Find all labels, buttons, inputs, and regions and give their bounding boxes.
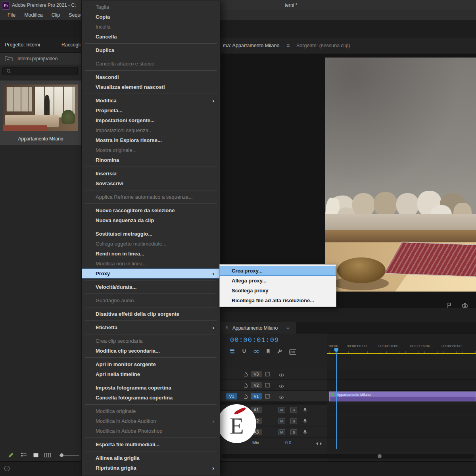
- track-content-row[interactable]: [327, 416, 476, 426]
- mix-gain-value[interactable]: 0.0: [285, 440, 291, 445]
- sync-lock-icon[interactable]: [265, 372, 270, 378]
- context-menu-item[interactable]: Dimensione clip ›: [82, 473, 220, 476]
- breadcrumb[interactable]: Interni.prproj\Video: [17, 56, 58, 61]
- context-menu-item[interactable]: Modifica clip secondaria...: [82, 346, 220, 356]
- context-menu-item[interactable]: Sostituisci metraggio...: [82, 229, 220, 239]
- context-menu-item[interactable]: Rendi non in linea...: [82, 249, 220, 259]
- timeline-scrollbar[interactable]: [222, 454, 474, 459]
- list-view-icon[interactable]: [21, 452, 27, 458]
- context-menu-item[interactable]: Guadagno audio...: [82, 296, 220, 305]
- context-menu-item[interactable]: Disattiva effetti della clip sorgente: [82, 309, 220, 319]
- timeline-tab[interactable]: × Appartamento Milano ≡: [221, 322, 296, 334]
- context-menu-item[interactable]: Imposta fotogramma copertina: [82, 383, 220, 393]
- context-menu-item[interactable]: Mostra in Esplora risorse...: [82, 135, 220, 145]
- toggle-track-output-eye-icon[interactable]: [278, 384, 284, 389]
- panel-menu-icon[interactable]: ≡: [286, 325, 290, 331]
- context-menu-item[interactable]: Impostazioni sequenza...: [82, 125, 220, 135]
- context-menu-item[interactable]: Nuova sequenza da clip: [82, 215, 220, 225]
- context-menu-item[interactable]: Modifica originale: [82, 406, 220, 416]
- context-menu-item[interactable]: Sovrascrivi: [82, 178, 220, 188]
- context-menu-item[interactable]: Modifica non in linea...: [82, 259, 220, 269]
- solo-button[interactable]: S: [290, 407, 297, 413]
- work-area-bar[interactable]: [327, 353, 476, 354]
- context-menu-item[interactable]: Inserisci: [82, 169, 220, 178]
- context-menu-item[interactable]: Nuovo raccoglitore da selezione: [82, 205, 220, 215]
- lock-icon[interactable]: [244, 372, 248, 378]
- timeline-settings-wrench-icon[interactable]: [277, 349, 282, 355]
- context-menu-item[interactable]: Taglia: [82, 2, 220, 12]
- sync-lock-icon[interactable]: [265, 383, 270, 389]
- solo-button[interactable]: S: [290, 429, 297, 435]
- playhead-timecode[interactable]: 00:00:01:09: [230, 336, 279, 344]
- context-menu-item[interactable]: Nascondi: [82, 72, 220, 82]
- menu-bar-item[interactable]: File: [3, 12, 20, 18]
- writable-pencil-icon[interactable]: [8, 452, 14, 459]
- zoom-slider-knob[interactable]: [60, 453, 63, 457]
- clip-tile-selected[interactable]: Appartamento Milano: [0, 81, 81, 145]
- close-icon[interactable]: ×: [225, 324, 228, 330]
- voiceover-mic-icon[interactable]: [303, 430, 307, 436]
- context-menu-item[interactable]: Crea clip secondaria: [82, 336, 220, 346]
- mute-button[interactable]: M: [278, 429, 285, 435]
- context-menu-item[interactable]: Apri nella timeline: [82, 369, 220, 379]
- voiceover-mic-icon[interactable]: [303, 407, 307, 414]
- add-marker-icon[interactable]: [266, 349, 270, 355]
- proxy-submenu-item[interactable]: Crea proxy...: [220, 266, 336, 276]
- lock-icon[interactable]: [244, 383, 248, 389]
- export-frame-icon[interactable]: [462, 303, 468, 309]
- track-target-badge[interactable]: V3: [251, 371, 262, 377]
- marker-flag-icon[interactable]: [447, 303, 452, 309]
- context-menu-item[interactable]: Modifica in Adobe Audition ›: [82, 416, 220, 426]
- clip-name-label[interactable]: Appartamento Milano: [0, 136, 81, 142]
- tab-source-monitor[interactable]: Sorgente: (nessuna clip): [296, 43, 350, 48]
- freeform-view-icon[interactable]: [44, 453, 51, 459]
- nest-toggle-icon[interactable]: [229, 349, 235, 355]
- solo-button[interactable]: S: [290, 418, 297, 424]
- track-content-row[interactable]: [327, 405, 476, 415]
- scrollbar-knob[interactable]: [378, 454, 382, 458]
- track-target-badge[interactable]: V1: [251, 393, 262, 399]
- context-menu-item[interactable]: Esporta file multimediali...: [82, 440, 220, 449]
- mute-button[interactable]: M: [278, 418, 285, 424]
- video-track-header[interactable]: V1 V1: [221, 391, 327, 402]
- context-menu-item[interactable]: Apri in monitor sorgente: [82, 359, 220, 369]
- clip-thumbnail[interactable]: [3, 84, 78, 131]
- proxy-submenu-item[interactable]: Ricollega file ad alta risoluzione...: [220, 296, 336, 305]
- context-menu-item[interactable]: Applica Reframe automatico a sequenza...: [82, 192, 220, 202]
- folder-up-icon[interactable]: [5, 56, 13, 62]
- video-track-header[interactable]: V3: [221, 369, 327, 380]
- proxy-submenu-item[interactable]: Scollega proxy: [220, 286, 336, 296]
- context-menu-item[interactable]: Allinea alla griglia: [82, 453, 220, 463]
- mute-button[interactable]: M: [278, 407, 285, 413]
- menu-bar-item[interactable]: Modifica: [20, 12, 47, 18]
- snap-magnet-icon[interactable]: [242, 349, 247, 355]
- context-menu-item[interactable]: Rinomina: [82, 155, 220, 165]
- tab-bin[interactable]: Raccogli: [61, 42, 81, 48]
- menu-bar-item[interactable]: Clip: [47, 12, 65, 18]
- context-menu-item[interactable]: Collega oggetto multimediale...: [82, 239, 220, 249]
- toggle-track-output-eye-icon[interactable]: [278, 395, 284, 400]
- timeline-tab-label[interactable]: Appartamento Milano: [232, 325, 278, 331]
- context-menu-item[interactable]: Copia: [82, 12, 220, 22]
- track-content-row[interactable]: [327, 369, 476, 380]
- context-menu-item[interactable]: Modifica in Adobe Photoshop: [82, 426, 220, 436]
- icon-view-icon[interactable]: [33, 453, 38, 459]
- context-menu-item[interactable]: Impostazioni sorgente...: [82, 115, 220, 125]
- track-content-row[interactable]: [327, 427, 476, 438]
- context-menu-item[interactable]: Incolla: [82, 22, 220, 32]
- context-menu-item[interactable]: Velocità/durata...: [82, 282, 220, 292]
- context-menu-item[interactable]: Etichetta ›: [82, 322, 220, 332]
- lock-icon[interactable]: [244, 394, 248, 400]
- context-menu-item[interactable]: Mostra originale...: [82, 145, 220, 155]
- context-menu-item[interactable]: Visualizza elementi nascosti: [82, 82, 220, 92]
- track-content-row[interactable]: [327, 380, 476, 391]
- context-menu-item[interactable]: Proxy ›: [82, 269, 220, 278]
- toggle-track-output-eye-icon[interactable]: [278, 372, 284, 378]
- tab-project[interactable]: Progetto: Interni: [5, 42, 40, 48]
- panel-menu-icon[interactable]: ≡: [286, 42, 290, 49]
- linked-selection-icon[interactable]: [253, 349, 259, 355]
- tab-program-monitor[interactable]: ma: Appartamento Milano: [223, 43, 279, 48]
- circle-slash-icon[interactable]: [4, 465, 10, 473]
- track-target-badge[interactable]: V2: [251, 382, 262, 388]
- keyframe-nav-icon[interactable]: [316, 441, 322, 447]
